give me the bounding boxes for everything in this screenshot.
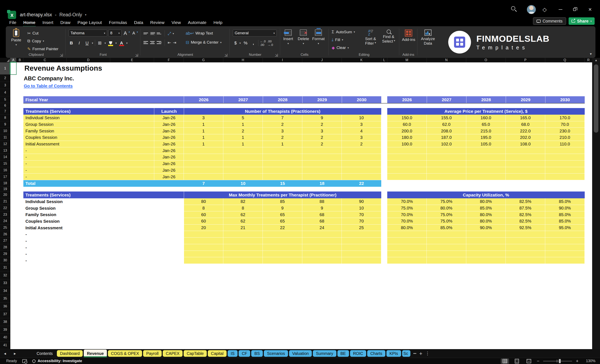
price-cell[interactable]: 60.0 <box>387 121 427 128</box>
column-header[interactable]: L <box>381 58 387 62</box>
number-dialog-launcher[interactable]: ↘ <box>275 54 278 57</box>
capacity-cell[interactable] <box>427 231 466 237</box>
price-cell[interactable] <box>387 167 427 174</box>
price-cell[interactable] <box>506 161 545 167</box>
price-cell[interactable]: 70.0 <box>545 121 585 128</box>
therapists-cell[interactable]: 2 <box>302 134 342 141</box>
chevron-down-icon[interactable]: ▾ <box>92 42 93 45</box>
row-header[interactable]: 41 <box>0 341 10 349</box>
align-top-icon[interactable] <box>143 32 149 35</box>
max-treatments-cell[interactable] <box>302 231 342 237</box>
decrease-decimal-icon[interactable]: .00→.0 <box>267 39 273 46</box>
row-header[interactable]: 40 <box>0 334 10 341</box>
therapists-cell[interactable] <box>263 154 302 161</box>
grow-font-button[interactable]: A▴ <box>124 30 130 36</box>
max-treatments-cell[interactable] <box>223 244 263 251</box>
table1-price-header[interactable]: Average Price per Treatment (Service), $ <box>387 108 585 115</box>
capacity-cell[interactable] <box>506 257 545 264</box>
analyze-data-button[interactable]: Analyze Data <box>421 29 435 46</box>
capacity-cell[interactable]: 80.0% <box>466 198 506 205</box>
price-cell[interactable]: 230.0 <box>545 128 585 134</box>
price-cell[interactable] <box>466 147 506 154</box>
max-treatments-cell[interactable]: 20 <box>184 225 223 231</box>
sheet-tab[interactable]: Sc <box>402 350 410 357</box>
page-layout-view-button[interactable] <box>513 358 521 364</box>
capacity-cell[interactable]: 80.0% <box>466 218 506 225</box>
column-header[interactable]: Q <box>545 58 585 62</box>
row-header[interactable]: 13 <box>0 147 10 154</box>
capacity-cell[interactable] <box>387 251 427 257</box>
treatment-label-cell[interactable]: Individual Session <box>23 198 184 205</box>
capacity-cell[interactable]: 85.0% <box>545 218 585 225</box>
sheet-tab[interactable]: IS <box>228 350 238 357</box>
row-header[interactable]: 1 <box>0 62 10 75</box>
treatment-label-cell[interactable]: - <box>23 161 154 167</box>
capacity-cell[interactable] <box>427 251 466 257</box>
treatment-label-cell[interactable]: Initial Assessment <box>23 225 184 231</box>
max-treatments-cell[interactable] <box>342 257 381 264</box>
therapists-cell[interactable] <box>223 167 263 174</box>
max-treatments-cell[interactable]: 24 <box>302 225 342 231</box>
therapists-cell[interactable] <box>302 161 342 167</box>
column-header[interactable]: H <box>223 58 263 62</box>
align-center-icon[interactable] <box>150 40 155 45</box>
max-treatments-cell[interactable] <box>184 251 223 257</box>
ribbon-tab[interactable]: Review <box>147 18 168 27</box>
max-treatments-cell[interactable]: 62 <box>223 218 263 225</box>
capacity-cell[interactable]: 87.5% <box>506 205 545 211</box>
row-header[interactable]: 12 <box>0 141 10 147</box>
table2-max-header[interactable]: Max Monthly Treatments per Therapist (Pr… <box>184 191 381 198</box>
vscroll-up-arrow[interactable]: ▲ <box>592 58 600 62</box>
capacity-cell[interactable] <box>545 244 585 251</box>
capacity-cell[interactable] <box>506 251 545 257</box>
therapists-cell[interactable] <box>223 161 263 167</box>
max-treatments-cell[interactable]: 85 <box>263 198 302 205</box>
max-treatments-cell[interactable]: 22 <box>263 225 302 231</box>
capacity-cell[interactable] <box>387 231 427 237</box>
capacity-cell[interactable] <box>466 231 506 237</box>
sheet-tab[interactable]: COGS & OPEX <box>108 350 142 357</box>
capacity-cell[interactable]: 85.0% <box>427 225 466 231</box>
max-treatments-cell[interactable]: 60 <box>184 218 223 225</box>
chevron-down-icon[interactable]: ▾ <box>239 42 241 45</box>
therapists-cell[interactable]: 4 <box>342 128 381 134</box>
max-treatments-cell[interactable]: 70 <box>342 218 381 225</box>
max-treatments-cell[interactable]: 62 <box>223 211 263 218</box>
treatment-label-cell[interactable]: Couples Session <box>23 134 154 141</box>
price-cell[interactable] <box>427 173 466 180</box>
max-treatments-cell[interactable]: 80 <box>184 198 223 205</box>
font-size-combo[interactable]: 8▾ <box>108 29 122 36</box>
column-header[interactable]: F <box>154 58 184 62</box>
percent-format-button[interactable]: % <box>243 40 249 46</box>
price-cell[interactable] <box>506 147 545 154</box>
table1-launch-header[interactable]: Launch <box>154 108 184 115</box>
capacity-cell[interactable] <box>506 244 545 251</box>
share-button[interactable]: Share ▾ <box>569 17 595 25</box>
therapists-cell[interactable] <box>223 173 263 180</box>
therapists-cell[interactable]: 2 <box>342 141 381 147</box>
alignment-dialog-launcher[interactable]: ↘ <box>225 54 227 57</box>
launch-cell[interactable]: Jan-26 <box>154 167 184 174</box>
capacity-cell[interactable]: 80.0% <box>387 225 427 231</box>
total-cell[interactable]: 22 <box>342 180 381 187</box>
price-cell[interactable] <box>545 167 585 174</box>
capacity-cell[interactable] <box>506 231 545 237</box>
max-treatments-cell[interactable] <box>263 237 302 244</box>
max-treatments-cell[interactable] <box>263 231 302 237</box>
max-treatments-cell[interactable] <box>223 237 263 244</box>
price-cell[interactable] <box>427 154 466 161</box>
therapists-cell[interactable]: 1 <box>223 121 263 128</box>
price-cell[interactable]: 200.0 <box>387 128 427 134</box>
cut-button[interactable]: ✂Cut <box>27 31 38 36</box>
max-treatments-cell[interactable]: 25 <box>342 225 381 231</box>
price-cell[interactable]: 65.0 <box>466 121 506 128</box>
launch-cell[interactable]: Jan-26 <box>154 121 184 128</box>
row-header[interactable]: 27 <box>0 237 10 244</box>
therapists-cell[interactable]: 3 <box>342 121 381 128</box>
treatment-label-cell[interactable]: - <box>23 244 184 251</box>
therapists-cell[interactable] <box>223 154 263 161</box>
therapists-cell[interactable]: 5 <box>223 115 263 121</box>
italic-button[interactable]: I <box>76 40 82 46</box>
column-header[interactable]: I <box>263 58 302 62</box>
select-all-corner[interactable] <box>0 58 10 62</box>
